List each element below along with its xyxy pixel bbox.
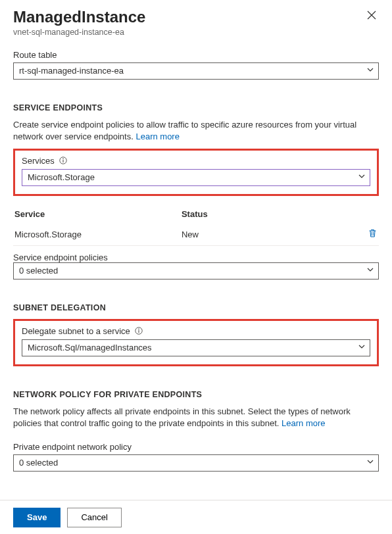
svg-rect-2 bbox=[63, 160, 64, 162]
delete-button[interactable] bbox=[368, 230, 378, 240]
chevron-down-icon bbox=[358, 170, 366, 185]
services-highlight-box: Services Microsoft.Storage bbox=[13, 149, 379, 196]
page-subtitle: vnet-sql-managed-instance-ea bbox=[13, 28, 145, 37]
route-table-label: Route table bbox=[13, 50, 379, 60]
network-policy-learn-more-link[interactable]: Learn more bbox=[282, 418, 325, 428]
footer: Save Cancel bbox=[0, 500, 392, 534]
network-policy-heading: NETWORK POLICY FOR PRIVATE ENDPOINTS bbox=[13, 390, 379, 399]
service-endpoint-policies-label: Service endpoint policies bbox=[13, 253, 379, 262]
service-endpoint-policies-select[interactable]: 0 selected bbox=[13, 262, 379, 279]
page-title: ManagedInstance bbox=[13, 8, 145, 26]
service-endpoints-desc: Create service endpoint policies to allo… bbox=[13, 119, 379, 142]
subnet-delegation-heading: SUBNET DELEGATION bbox=[13, 303, 379, 312]
route-table-value: rt-sql-managed-instance-ea bbox=[19, 66, 124, 76]
delegate-label: Delegate subnet to a service bbox=[22, 326, 370, 337]
service-endpoints-heading: SERVICE ENDPOINTS bbox=[13, 103, 379, 112]
service-endpoints-learn-more-link[interactable]: Learn more bbox=[135, 132, 179, 141]
chevron-down-icon bbox=[366, 263, 374, 279]
info-icon[interactable] bbox=[135, 327, 143, 337]
services-label: Services bbox=[22, 156, 370, 166]
info-icon[interactable] bbox=[59, 157, 67, 166]
private-endpoint-policy-select[interactable]: 0 selected bbox=[13, 454, 379, 472]
delegation-highlight-box: Delegate subnet to a service Microsoft.S… bbox=[13, 319, 379, 366]
delegate-value: Microsoft.Sql/managedInstances bbox=[28, 343, 152, 352]
private-endpoint-policy-value: 0 selected bbox=[19, 458, 58, 468]
chevron-down-icon bbox=[366, 63, 374, 79]
cancel-button[interactable]: Cancel bbox=[67, 508, 121, 527]
close-button[interactable] bbox=[364, 8, 379, 22]
col-status-header: Status bbox=[182, 209, 359, 219]
chevron-down-icon bbox=[366, 455, 374, 471]
services-select[interactable]: Microsoft.Storage bbox=[22, 169, 370, 186]
cell-service: Microsoft.Storage bbox=[14, 230, 182, 239]
svg-point-4 bbox=[139, 329, 140, 330]
save-button[interactable]: Save bbox=[13, 508, 61, 527]
service-endpoint-policies-value: 0 selected bbox=[19, 266, 58, 276]
services-value: Microsoft.Storage bbox=[28, 172, 95, 182]
close-icon bbox=[367, 11, 376, 20]
delegate-select[interactable]: Microsoft.Sql/managedInstances bbox=[22, 339, 370, 356]
trash-icon bbox=[368, 230, 378, 240]
cell-status: New bbox=[182, 230, 359, 239]
route-table-select[interactable]: rt-sql-managed-instance-ea bbox=[13, 62, 379, 80]
svg-point-1 bbox=[63, 158, 64, 160]
chevron-down-icon bbox=[358, 340, 366, 356]
table-row: Microsoft.Storage New bbox=[13, 223, 379, 246]
svg-rect-5 bbox=[139, 330, 139, 333]
network-policy-desc: The network policy affects all private e… bbox=[13, 406, 379, 429]
col-service-header: Service bbox=[14, 209, 182, 219]
private-endpoint-policy-label: Private endpoint network policy bbox=[13, 442, 379, 452]
services-table: Service Status Microsoft.Storage New bbox=[13, 205, 379, 246]
